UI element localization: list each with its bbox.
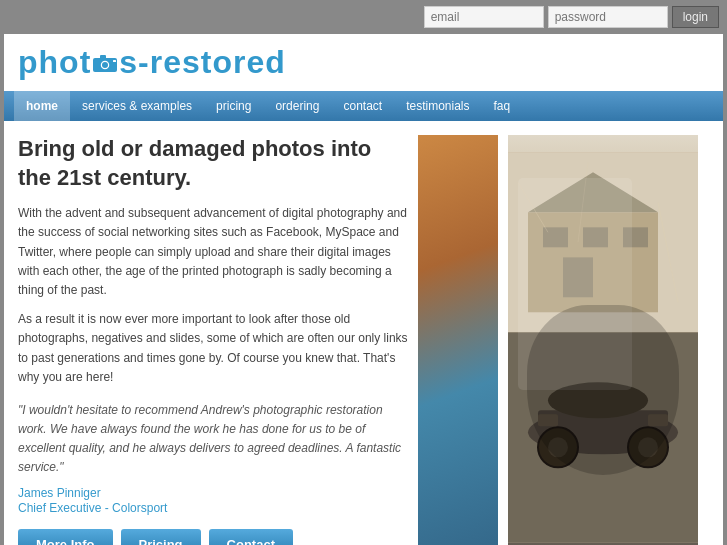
svg-rect-3 [100,55,106,59]
nav-item-ordering[interactable]: ordering [263,91,331,121]
svg-rect-11 [623,227,648,247]
svg-rect-6 [508,152,698,332]
login-button[interactable]: login [672,6,719,28]
cta-buttons: More Info Pricing Contact [18,529,408,545]
svg-rect-21 [538,414,558,426]
nav-bar: home services & examples pricing orderin… [4,91,723,121]
content-area: Bring old or damaged photos into the 21s… [4,121,723,545]
nav-item-testimonials[interactable]: testimonials [394,91,481,121]
logo-text-before: phot [18,44,91,80]
pricing-button[interactable]: Pricing [121,529,201,545]
logo-area: phot s-restored [4,34,723,91]
nav-item-contact[interactable]: contact [331,91,394,121]
svg-point-19 [628,427,668,467]
more-info-button[interactable]: More Info [18,529,113,545]
svg-point-17 [538,427,578,467]
logo: phot s-restored [18,44,709,83]
svg-point-14 [528,410,678,454]
svg-rect-9 [543,227,568,247]
headline: Bring old or damaged photos into the 21s… [18,135,408,192]
testimonial-name: James Pinniger [18,486,408,500]
svg-rect-4 [113,60,116,62]
password-input[interactable] [548,6,668,28]
photo-middle-img [418,135,498,545]
photo-middle [418,135,498,545]
top-bar: login [0,0,727,34]
svg-point-2 [102,62,108,68]
svg-point-18 [548,437,568,457]
body-text-1: With the advent and subsequent advanceme… [18,204,408,300]
testimonial-quote: "I wouldn't hesitate to recommend Andrew… [18,401,408,478]
text-column: Bring old or damaged photos into the 21s… [18,135,408,545]
svg-rect-15 [538,410,668,440]
nav-item-pricing[interactable]: pricing [204,91,263,121]
photo-right-img [508,135,698,545]
svg-line-23 [518,182,548,232]
email-input[interactable] [424,6,544,28]
main-wrapper: phot s-restored home services & examples… [4,34,723,545]
svg-rect-12 [563,257,593,297]
nav-item-services[interactable]: services & examples [70,91,204,121]
nav-item-faq[interactable]: faq [482,91,523,121]
svg-rect-10 [583,227,608,247]
camera-icon [91,44,119,81]
photo-right [508,135,698,545]
svg-point-16 [548,382,648,418]
svg-rect-22 [648,414,668,426]
contact-button[interactable]: Contact [209,529,293,545]
body-text-2: As a result it is now ever more importan… [18,310,408,387]
logo-text-after: s-restored [119,44,286,80]
testimonial-title: Chief Executive - Colorsport [18,501,408,515]
nav-item-home[interactable]: home [14,91,70,121]
svg-point-20 [638,437,658,457]
